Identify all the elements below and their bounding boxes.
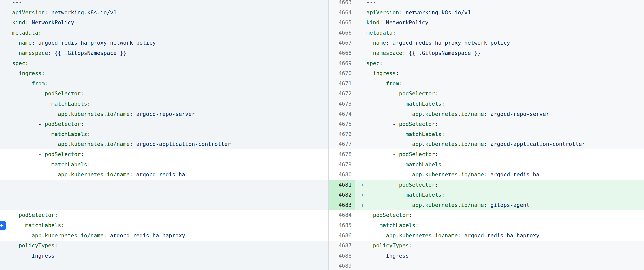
code-token: :	[484, 171, 487, 178]
diff-row-old: app.kubernetes.io/name: argocd-redis-ha-…	[0, 231, 328, 241]
new-file-rows: 4663---4664apiVersion: networking.k8s.io…	[329, 0, 644, 270]
diff-row-old: app.kubernetes.io/name: argocd-applicati…	[0, 139, 328, 149]
line-number[interactable]: 4664	[329, 8, 355, 18]
old-code-cell: metadata:	[0, 28, 328, 38]
code-token: NetworkPolicy	[383, 19, 428, 26]
old-code-cell: - podSelector:	[0, 89, 328, 99]
line-number[interactable]: 4679	[329, 160, 355, 170]
line-number[interactable]: 4668	[329, 48, 355, 58]
line-number[interactable]: 4684	[329, 210, 355, 220]
line-number[interactable]: 4673	[329, 99, 355, 109]
code-token: :	[55, 242, 58, 249]
line-number[interactable]: 4689	[329, 261, 355, 270]
code-token: app.kubernetes.io/name	[58, 141, 130, 147]
code-token	[366, 212, 373, 218]
old-code-cell	[0, 200, 328, 210]
code-token: matchLabels	[52, 101, 88, 107]
code-token: argocd-redis-ha	[487, 171, 539, 178]
new-code-cell: apiVersion: networking.k8s.io/v1	[355, 8, 644, 18]
line-number[interactable]: 4663	[329, 0, 355, 8]
diff-row-old: matchLabels:	[0, 99, 328, 109]
diff-row-old: - podSelector:	[0, 89, 328, 99]
code-token: :	[392, 30, 396, 36]
line-number[interactable]: 4676	[329, 129, 355, 139]
line-number[interactable]: 4667	[329, 38, 355, 48]
diff-row-new: 4684 podSelector:	[329, 210, 644, 220]
new-code-cell: podSelector:	[355, 210, 644, 220]
diff-row-old: policyTypes:	[0, 241, 328, 251]
code-token: :	[402, 50, 406, 56]
new-code-cell: metadata:	[355, 28, 644, 38]
code-token: :	[442, 131, 445, 137]
code-token: :	[130, 111, 133, 117]
new-code-cell: + matchLabels:	[355, 190, 644, 200]
code-token: policyTypes	[373, 242, 409, 249]
old-code-cell: app.kubernetes.io/name: argocd-redis-ha	[0, 170, 328, 180]
line-number[interactable]: 4672	[329, 89, 355, 99]
code-token: :	[484, 141, 487, 147]
code-token: -	[12, 151, 45, 157]
new-code-cell: matchLabels:	[355, 129, 644, 139]
new-code-cell: ---	[355, 261, 644, 270]
diff-row-old: app.kubernetes.io/name: argocd-repo-serv…	[0, 109, 328, 119]
diff-row-old: matchLabels:	[0, 220, 328, 231]
code-token: -	[366, 90, 399, 97]
line-number[interactable]: 4688	[329, 251, 355, 261]
line-number[interactable]: 4682	[329, 190, 355, 200]
old-code-cell: - podSelector:	[0, 149, 328, 160]
code-token: :	[435, 151, 438, 157]
old-code-cell: - Ingress	[0, 251, 328, 261]
code-token: Ingress	[32, 253, 54, 259]
line-number[interactable]: 4671	[329, 79, 355, 89]
code-token: matchLabels	[25, 222, 61, 228]
new-code-cell: + app.kubernetes.io/name: gitops-agent	[355, 200, 644, 210]
old-code-cell: - from:	[0, 79, 328, 89]
diff-row-new: 4663---	[329, 0, 644, 8]
old-code-cell: app.kubernetes.io/name: argocd-redis-ha-…	[0, 231, 328, 241]
code-token	[12, 40, 19, 46]
old-code-cell	[0, 190, 328, 200]
code-token: name	[373, 40, 386, 46]
code-token: :	[42, 70, 45, 76]
code-token: :	[81, 121, 84, 127]
line-number[interactable]: 4680	[329, 170, 355, 180]
code-token: :	[45, 9, 48, 16]
line-number[interactable]: 4670	[329, 68, 355, 79]
line-number[interactable]: 4669	[329, 58, 355, 69]
code-token: :	[399, 9, 402, 16]
new-code-cell: app.kubernetes.io/name: argocd-repo-serv…	[355, 109, 644, 119]
line-number[interactable]: 4681	[329, 180, 355, 190]
code-token	[366, 111, 412, 117]
add-comment-button[interactable]: +	[0, 221, 6, 230]
code-token: ---	[366, 0, 376, 5]
old-code-cell: ---	[0, 0, 328, 8]
line-number[interactable]: 4665	[329, 18, 355, 28]
code-token	[366, 202, 412, 208]
code-token: :	[484, 111, 487, 117]
code-token: :	[104, 232, 107, 239]
code-token	[366, 222, 380, 228]
old-code-cell: matchLabels:	[0, 129, 328, 139]
code-token: argocd-repo-server	[487, 111, 549, 117]
line-number[interactable]: 4685	[329, 220, 355, 231]
line-number[interactable]: 4686	[329, 231, 355, 241]
old-code-cell: namespace: {{ .GitopsNamespace }}	[0, 48, 328, 58]
line-number[interactable]: 4674	[329, 109, 355, 119]
diff-row-new: 4671 - from:	[329, 79, 644, 89]
code-token: :	[48, 50, 52, 56]
old-code-cell: matchLabels:	[0, 99, 328, 109]
old-code-cell: apiVersion: networking.k8s.io/v1	[0, 8, 328, 18]
line-number[interactable]: 4683	[329, 200, 355, 210]
code-token	[366, 131, 406, 137]
line-number[interactable]: 4666	[329, 28, 355, 38]
code-token: podSelector	[399, 151, 435, 157]
line-number[interactable]: 4675	[329, 119, 355, 129]
code-token: ---	[12, 263, 22, 269]
line-number[interactable]: 4678	[329, 149, 355, 160]
diff-row-old: podSelector:	[0, 210, 328, 220]
code-token: from	[32, 80, 45, 87]
line-number[interactable]: 4677	[329, 139, 355, 149]
code-token: metadata	[366, 30, 392, 36]
code-token: app.kubernetes.io/name	[386, 232, 458, 239]
line-number[interactable]: 4687	[329, 241, 355, 251]
